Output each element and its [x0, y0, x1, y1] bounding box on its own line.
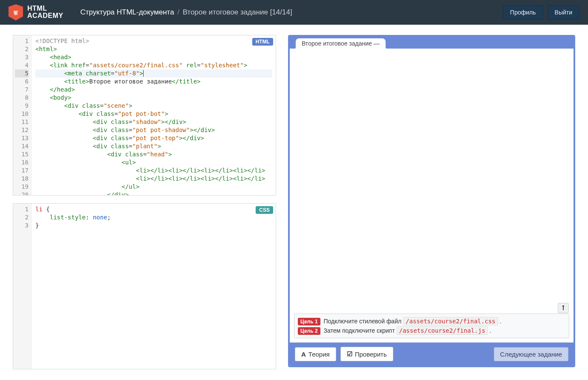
- main: HTML 1234567891011121314151617181920 <!D…: [0, 25, 588, 380]
- goal-badge: Цель 2: [298, 327, 320, 335]
- goal-code: /assets/course2/final.css: [403, 317, 498, 325]
- check-icon: ☑: [347, 350, 352, 358]
- html-badge: HTML: [252, 38, 273, 46]
- html-gutter: 1234567891011121314151617181920: [13, 35, 32, 195]
- next-task-button[interactable]: Следующее задание: [494, 347, 568, 361]
- goals-panel: 🠕 Цель 1 Подключите стилевой файл /asset…: [294, 314, 569, 338]
- breadcrumb-course[interactable]: Структура HTML-документа: [80, 8, 174, 16]
- goal-row: Цель 1 Подключите стилевой файл /assets/…: [298, 317, 565, 326]
- logo[interactable]: HTML ACADEMY: [9, 4, 63, 20]
- check-button[interactable]: ☑ Проверить: [340, 347, 393, 361]
- preview-body: 🠕 Цель 1 Подключите стилевой файл /asset…: [290, 49, 574, 343]
- font-icon: A: [301, 351, 306, 358]
- breadcrumb: Структура HTML-документа / Второе итогов…: [80, 8, 292, 17]
- profile-button[interactable]: Профиль: [503, 5, 543, 20]
- breadcrumb-task[interactable]: Второе итоговое задание [14/14]: [183, 8, 292, 16]
- css-badge: CSS: [256, 206, 273, 214]
- html-editor[interactable]: HTML 1234567891011121314151617181920 <!D…: [13, 35, 276, 196]
- theory-button[interactable]: A Теория: [295, 347, 336, 361]
- logo-text: HTML ACADEMY: [27, 5, 63, 20]
- css-gutter: 123: [13, 204, 32, 369]
- left-column: HTML 1234567891011121314151617181920 <!D…: [13, 35, 276, 369]
- goal-row: Цель 2 Затем подключите скрипт /assets/c…: [298, 326, 565, 335]
- logout-button[interactable]: Выйти: [548, 5, 579, 20]
- header: HTML ACADEMY Структура HTML-документа / …: [0, 0, 588, 25]
- goal-badge: Цель 1: [298, 318, 320, 325]
- logo-shield-icon: [9, 4, 23, 20]
- preview-tabs: Второе итоговое задание —: [290, 37, 574, 49]
- preview-panel: Второе итоговое задание — 🠕 Цель 1 Подкл…: [288, 35, 575, 367]
- header-buttons: Профиль Выйти: [503, 5, 579, 20]
- html-code[interactable]: <!DOCTYPE html><html> <head> <link href=…: [32, 35, 276, 195]
- goal-text: Затем подключите скрипт: [323, 327, 396, 334]
- right-column: Второе итоговое задание — 🠕 Цель 1 Подкл…: [288, 35, 575, 369]
- goals-collapse-button[interactable]: 🠕: [558, 303, 569, 313]
- css-code[interactable]: li { list-style: none;}: [32, 204, 276, 369]
- action-bar: A Теория ☑ Проверить Следующее задание: [290, 343, 574, 366]
- css-editor[interactable]: CSS 123 li { list-style: none;}: [13, 203, 276, 369]
- goal-text: Подключите стилевой файл: [323, 318, 403, 325]
- arrow-up-icon: 🠕: [560, 305, 566, 311]
- goal-code: /assets/course2/final.js: [397, 326, 488, 335]
